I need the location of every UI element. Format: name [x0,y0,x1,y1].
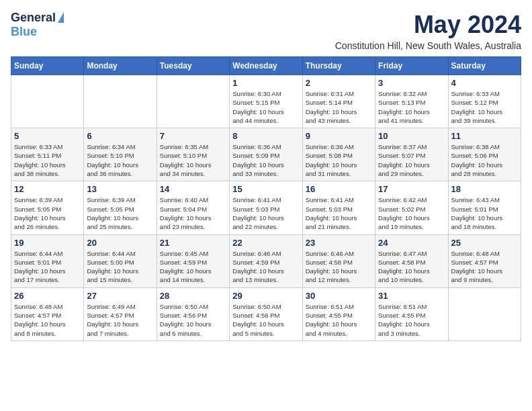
day-info: Sunrise: 6:46 AM Sunset: 4:58 PM Dayligh… [306,249,372,285]
calendar-cell: 18Sunrise: 6:43 AM Sunset: 5:01 PM Dayli… [448,181,521,234]
day-number: 3 [378,78,445,88]
day-number: 2 [306,78,372,88]
calendar-cell: 15Sunrise: 6:41 AM Sunset: 5:03 PM Dayli… [230,181,302,234]
calendar-cell: 17Sunrise: 6:42 AM Sunset: 5:02 PM Dayli… [375,181,448,234]
day-number: 7 [160,131,226,141]
day-info: Sunrise: 6:41 AM Sunset: 5:03 PM Dayligh… [306,195,372,231]
calendar-week-row: 5Sunrise: 6:33 AM Sunset: 5:11 PM Daylig… [11,128,521,181]
day-number: 19 [14,238,81,248]
day-number: 10 [378,131,445,141]
calendar-cell: 6Sunrise: 6:34 AM Sunset: 5:10 PM Daylig… [84,128,157,181]
day-number: 6 [87,131,153,141]
logo: General Blue [11,11,64,39]
day-number: 15 [232,184,299,194]
day-info: Sunrise: 6:50 AM Sunset: 4:56 PM Dayligh… [160,302,226,338]
day-info: Sunrise: 6:37 AM Sunset: 5:07 PM Dayligh… [378,142,445,178]
logo-blue: Blue [11,25,37,38]
calendar-cell: 2Sunrise: 6:31 AM Sunset: 5:14 PM Daylig… [302,75,375,128]
calendar-cell: 13Sunrise: 6:39 AM Sunset: 5:05 PM Dayli… [84,181,157,234]
day-info: Sunrise: 6:48 AM Sunset: 4:57 PM Dayligh… [451,249,518,285]
day-number: 20 [87,238,153,248]
calendar-cell: 30Sunrise: 6:51 AM Sunset: 4:55 PM Dayli… [302,287,375,340]
calendar-cell: 23Sunrise: 6:46 AM Sunset: 4:58 PM Dayli… [302,234,375,287]
day-info: Sunrise: 6:38 AM Sunset: 5:06 PM Dayligh… [451,142,518,178]
day-number: 11 [451,131,518,141]
calendar-cell: 10Sunrise: 6:37 AM Sunset: 5:07 PM Dayli… [375,128,448,181]
calendar-cell: 19Sunrise: 6:44 AM Sunset: 5:01 PM Dayli… [11,234,84,287]
calendar-cell: 4Sunrise: 6:33 AM Sunset: 5:12 PM Daylig… [448,75,521,128]
header-tuesday: Tuesday [157,57,229,75]
day-info: Sunrise: 6:31 AM Sunset: 5:14 PM Dayligh… [306,89,372,125]
calendar-cell: 7Sunrise: 6:35 AM Sunset: 5:10 PM Daylig… [157,128,229,181]
header-thursday: Thursday [302,57,375,75]
header-saturday: Saturday [448,57,521,75]
day-info: Sunrise: 6:51 AM Sunset: 4:55 PM Dayligh… [306,302,372,338]
day-info: Sunrise: 6:44 AM Sunset: 5:01 PM Dayligh… [14,249,81,285]
page-header: General Blue May 2024 Constitution Hill,… [11,11,521,51]
day-info: Sunrise: 6:41 AM Sunset: 5:03 PM Dayligh… [232,195,299,231]
day-number: 31 [378,291,445,301]
calendar-week-row: 12Sunrise: 6:39 AM Sunset: 5:05 PM Dayli… [11,181,521,234]
calendar-week-row: 26Sunrise: 6:48 AM Sunset: 4:57 PM Dayli… [11,287,521,340]
day-number: 4 [451,78,518,88]
day-info: Sunrise: 6:47 AM Sunset: 4:58 PM Dayligh… [378,249,445,285]
day-number: 23 [306,238,372,248]
day-number: 26 [14,291,81,301]
day-info: Sunrise: 6:39 AM Sunset: 5:05 PM Dayligh… [14,195,81,231]
calendar-cell: 3Sunrise: 6:32 AM Sunset: 5:13 PM Daylig… [375,75,448,128]
day-info: Sunrise: 6:46 AM Sunset: 4:59 PM Dayligh… [232,249,299,285]
calendar-cell: 11Sunrise: 6:38 AM Sunset: 5:06 PM Dayli… [448,128,521,181]
day-number: 8 [232,131,299,141]
day-info: Sunrise: 6:44 AM Sunset: 5:00 PM Dayligh… [87,249,153,285]
calendar-cell: 29Sunrise: 6:50 AM Sunset: 4:56 PM Dayli… [230,287,302,340]
day-info: Sunrise: 6:39 AM Sunset: 5:05 PM Dayligh… [87,195,153,231]
calendar-cell: 20Sunrise: 6:44 AM Sunset: 5:00 PM Dayli… [84,234,157,287]
day-number: 16 [306,184,372,194]
calendar-header-row: SundayMondayTuesdayWednesdayThursdayFrid… [11,57,521,75]
day-number: 13 [87,184,153,194]
day-info: Sunrise: 6:51 AM Sunset: 4:55 PM Dayligh… [378,302,445,338]
day-info: Sunrise: 6:49 AM Sunset: 4:57 PM Dayligh… [87,302,153,338]
logo-general: General [11,11,56,25]
calendar-cell: 9Sunrise: 6:36 AM Sunset: 5:08 PM Daylig… [302,128,375,181]
day-info: Sunrise: 6:50 AM Sunset: 4:56 PM Dayligh… [232,302,299,338]
calendar-cell: 1Sunrise: 6:30 AM Sunset: 5:15 PM Daylig… [230,75,302,128]
header-sunday: Sunday [11,57,84,75]
day-info: Sunrise: 6:43 AM Sunset: 5:01 PM Dayligh… [451,195,518,231]
calendar: SundayMondayTuesdayWednesdayThursdayFrid… [11,56,521,341]
month-title: May 2024 [335,11,521,39]
day-number: 24 [378,238,445,248]
day-number: 9 [306,131,372,141]
calendar-cell: 28Sunrise: 6:50 AM Sunset: 4:56 PM Dayli… [157,287,229,340]
day-info: Sunrise: 6:33 AM Sunset: 5:12 PM Dayligh… [451,89,518,125]
day-number: 12 [14,184,81,194]
header-wednesday: Wednesday [230,57,302,75]
calendar-cell: 22Sunrise: 6:46 AM Sunset: 4:59 PM Dayli… [230,234,302,287]
calendar-cell [157,75,229,128]
day-number: 30 [306,291,372,301]
day-info: Sunrise: 6:30 AM Sunset: 5:15 PM Dayligh… [232,89,299,125]
header-friday: Friday [375,57,448,75]
logo-triangle-icon [58,12,64,23]
day-number: 17 [378,184,445,194]
location: Constitution Hill, New South Wales, Aust… [335,40,521,51]
day-info: Sunrise: 6:48 AM Sunset: 4:57 PM Dayligh… [14,302,81,338]
day-number: 1 [232,78,299,88]
calendar-cell: 8Sunrise: 6:36 AM Sunset: 5:09 PM Daylig… [230,128,302,181]
day-info: Sunrise: 6:40 AM Sunset: 5:04 PM Dayligh… [160,195,226,231]
calendar-cell: 21Sunrise: 6:45 AM Sunset: 4:59 PM Dayli… [157,234,229,287]
day-info: Sunrise: 6:36 AM Sunset: 5:09 PM Dayligh… [232,142,299,178]
calendar-cell: 5Sunrise: 6:33 AM Sunset: 5:11 PM Daylig… [11,128,84,181]
calendar-week-row: 1Sunrise: 6:30 AM Sunset: 5:15 PM Daylig… [11,75,521,128]
header-monday: Monday [84,57,157,75]
day-number: 27 [87,291,153,301]
calendar-cell: 14Sunrise: 6:40 AM Sunset: 5:04 PM Dayli… [157,181,229,234]
day-info: Sunrise: 6:42 AM Sunset: 5:02 PM Dayligh… [378,195,445,231]
day-number: 21 [160,238,226,248]
day-info: Sunrise: 6:36 AM Sunset: 5:08 PM Dayligh… [306,142,372,178]
calendar-cell: 24Sunrise: 6:47 AM Sunset: 4:58 PM Dayli… [375,234,448,287]
calendar-week-row: 19Sunrise: 6:44 AM Sunset: 5:01 PM Dayli… [11,234,521,287]
calendar-cell: 26Sunrise: 6:48 AM Sunset: 4:57 PM Dayli… [11,287,84,340]
day-number: 22 [232,238,299,248]
calendar-cell: 16Sunrise: 6:41 AM Sunset: 5:03 PM Dayli… [302,181,375,234]
